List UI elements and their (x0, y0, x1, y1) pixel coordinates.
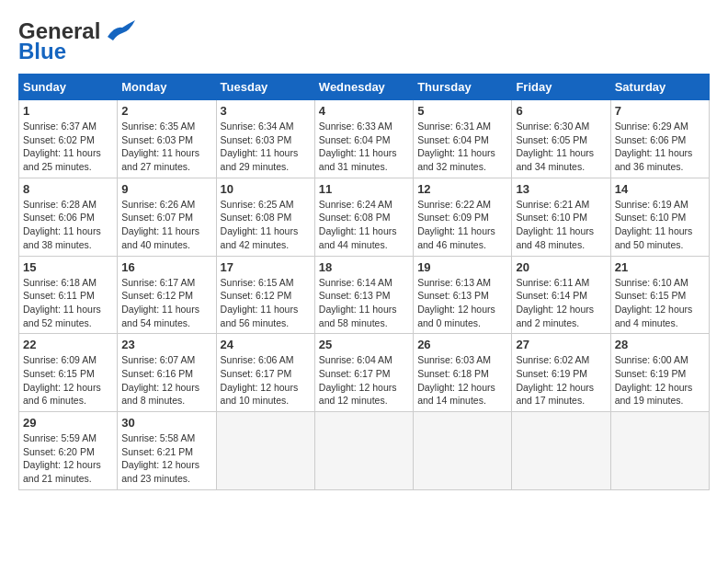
day-info: Sunrise: 6:15 AMSunset: 6:12 PMDaylight:… (221, 276, 311, 330)
calendar-cell (414, 412, 512, 490)
calendar-week-row: 8Sunrise: 6:28 AMSunset: 6:06 PMDaylight… (19, 178, 710, 256)
day-number: 28 (615, 338, 705, 351)
day-info: Sunrise: 6:10 AMSunset: 6:15 PMDaylight:… (615, 276, 705, 330)
calendar-cell: 22Sunrise: 6:09 AMSunset: 6:15 PMDayligh… (19, 334, 118, 412)
calendar-cell: 9Sunrise: 6:26 AMSunset: 6:07 PMDaylight… (118, 178, 216, 256)
day-number: 5 (417, 104, 507, 118)
day-info: Sunrise: 6:30 AMSunset: 6:05 PMDaylight:… (516, 120, 606, 174)
calendar-cell: 29Sunrise: 5:59 AMSunset: 6:20 PMDayligh… (19, 412, 118, 490)
day-info: Sunrise: 6:25 AMSunset: 6:08 PMDaylight:… (221, 198, 311, 252)
day-number: 10 (221, 182, 311, 196)
day-number: 15 (23, 260, 113, 274)
calendar-table: SundayMondayTuesdayWednesdayThursdayFrid… (18, 74, 710, 490)
calendar-cell: 1Sunrise: 6:37 AMSunset: 6:02 PMDaylight… (19, 100, 118, 178)
col-header-thursday: Thursday (414, 75, 512, 100)
day-info: Sunrise: 6:33 AMSunset: 6:04 PMDaylight:… (319, 120, 409, 174)
day-info: Sunrise: 6:18 AMSunset: 6:11 PMDaylight:… (23, 276, 113, 330)
day-info: Sunrise: 6:03 AMSunset: 6:18 PMDaylight:… (417, 353, 507, 408)
day-info: Sunrise: 6:26 AMSunset: 6:07 PMDaylight:… (121, 198, 211, 252)
day-info: Sunrise: 6:28 AMSunset: 6:06 PMDaylight:… (23, 198, 113, 252)
logo-bird-icon (104, 18, 137, 44)
calendar-cell: 27Sunrise: 6:02 AMSunset: 6:19 PMDayligh… (512, 334, 610, 412)
day-info: Sunrise: 6:06 AMSunset: 6:17 PMDaylight:… (221, 353, 311, 408)
col-header-tuesday: Tuesday (216, 75, 314, 100)
day-info: Sunrise: 6:31 AMSunset: 6:04 PMDaylight:… (417, 120, 507, 174)
calendar-cell: 19Sunrise: 6:13 AMSunset: 6:13 PMDayligh… (414, 256, 512, 334)
day-info: Sunrise: 6:11 AMSunset: 6:14 PMDaylight:… (516, 276, 606, 330)
day-info: Sunrise: 5:59 AMSunset: 6:20 PMDaylight:… (23, 431, 113, 486)
day-number: 19 (417, 260, 507, 274)
calendar-cell: 5Sunrise: 6:31 AMSunset: 6:04 PMDaylight… (414, 100, 512, 178)
calendar-cell: 23Sunrise: 6:07 AMSunset: 6:16 PMDayligh… (118, 334, 216, 412)
calendar-week-row: 15Sunrise: 6:18 AMSunset: 6:11 PMDayligh… (19, 256, 710, 334)
calendar-cell (314, 412, 413, 490)
calendar-cell: 2Sunrise: 6:35 AMSunset: 6:03 PMDaylight… (118, 100, 216, 178)
day-number: 4 (319, 104, 409, 118)
day-number: 23 (121, 338, 211, 351)
calendar-cell: 24Sunrise: 6:06 AMSunset: 6:17 PMDayligh… (216, 334, 314, 412)
calendar-cell: 6Sunrise: 6:30 AMSunset: 6:05 PMDaylight… (512, 100, 610, 178)
day-info: Sunrise: 6:22 AMSunset: 6:09 PMDaylight:… (417, 198, 507, 252)
page-header: General Blue (18, 18, 710, 64)
day-number: 2 (121, 104, 211, 118)
day-number: 24 (221, 338, 311, 351)
day-number: 12 (417, 182, 507, 196)
calendar-cell: 21Sunrise: 6:10 AMSunset: 6:15 PMDayligh… (610, 256, 709, 334)
calendar-cell (610, 412, 709, 490)
day-info: Sunrise: 6:19 AMSunset: 6:10 PMDaylight:… (615, 198, 705, 252)
calendar-cell: 17Sunrise: 6:15 AMSunset: 6:12 PMDayligh… (216, 256, 314, 334)
day-number: 20 (516, 260, 606, 274)
day-info: Sunrise: 6:02 AMSunset: 6:19 PMDaylight:… (516, 353, 606, 408)
day-number: 6 (516, 104, 606, 118)
day-number: 13 (516, 182, 606, 196)
calendar-cell: 11Sunrise: 6:24 AMSunset: 6:08 PMDayligh… (314, 178, 413, 256)
day-number: 25 (319, 338, 409, 351)
day-info: Sunrise: 6:35 AMSunset: 6:03 PMDaylight:… (121, 120, 211, 174)
day-info: Sunrise: 6:24 AMSunset: 6:08 PMDaylight:… (319, 198, 409, 252)
col-header-sunday: Sunday (19, 75, 118, 100)
day-number: 3 (221, 104, 311, 118)
calendar-cell: 13Sunrise: 6:21 AMSunset: 6:10 PMDayligh… (512, 178, 610, 256)
day-info: Sunrise: 5:58 AMSunset: 6:21 PMDaylight:… (121, 431, 211, 486)
day-info: Sunrise: 6:17 AMSunset: 6:12 PMDaylight:… (121, 276, 211, 330)
day-info: Sunrise: 6:29 AMSunset: 6:06 PMDaylight:… (615, 120, 705, 174)
day-number: 21 (615, 260, 705, 274)
day-number: 27 (516, 338, 606, 351)
day-number: 17 (221, 260, 311, 274)
day-info: Sunrise: 6:00 AMSunset: 6:19 PMDaylight:… (615, 353, 705, 408)
day-number: 26 (417, 338, 507, 351)
day-info: Sunrise: 6:04 AMSunset: 6:17 PMDaylight:… (319, 353, 409, 408)
calendar-week-row: 29Sunrise: 5:59 AMSunset: 6:20 PMDayligh… (19, 412, 710, 490)
day-info: Sunrise: 6:14 AMSunset: 6:13 PMDaylight:… (319, 276, 409, 330)
day-info: Sunrise: 6:13 AMSunset: 6:13 PMDaylight:… (417, 276, 507, 330)
calendar-cell (216, 412, 314, 490)
calendar-week-row: 1Sunrise: 6:37 AMSunset: 6:02 PMDaylight… (19, 100, 710, 178)
day-info: Sunrise: 6:07 AMSunset: 6:16 PMDaylight:… (121, 353, 211, 408)
day-info: Sunrise: 6:34 AMSunset: 6:03 PMDaylight:… (221, 120, 311, 174)
logo-blue: Blue (18, 39, 66, 64)
day-number: 29 (23, 416, 113, 430)
calendar-cell: 15Sunrise: 6:18 AMSunset: 6:11 PMDayligh… (19, 256, 118, 334)
day-info: Sunrise: 6:37 AMSunset: 6:02 PMDaylight:… (23, 120, 113, 174)
col-header-saturday: Saturday (610, 75, 709, 100)
calendar-week-row: 22Sunrise: 6:09 AMSunset: 6:15 PMDayligh… (19, 334, 710, 412)
calendar-cell: 28Sunrise: 6:00 AMSunset: 6:19 PMDayligh… (610, 334, 709, 412)
day-number: 7 (615, 104, 705, 118)
day-number: 11 (319, 182, 409, 196)
day-info: Sunrise: 6:09 AMSunset: 6:15 PMDaylight:… (23, 353, 113, 408)
calendar-cell: 3Sunrise: 6:34 AMSunset: 6:03 PMDaylight… (216, 100, 314, 178)
col-header-wednesday: Wednesday (314, 75, 413, 100)
calendar-cell: 18Sunrise: 6:14 AMSunset: 6:13 PMDayligh… (314, 256, 413, 334)
day-number: 1 (23, 104, 113, 118)
day-number: 8 (23, 182, 113, 196)
col-header-friday: Friday (512, 75, 610, 100)
day-number: 9 (121, 182, 211, 196)
day-number: 16 (121, 260, 211, 274)
calendar-cell: 4Sunrise: 6:33 AMSunset: 6:04 PMDaylight… (314, 100, 413, 178)
calendar-cell (512, 412, 610, 490)
calendar-header-row: SundayMondayTuesdayWednesdayThursdayFrid… (19, 75, 710, 100)
calendar-cell: 10Sunrise: 6:25 AMSunset: 6:08 PMDayligh… (216, 178, 314, 256)
day-number: 18 (319, 260, 409, 274)
calendar-cell: 7Sunrise: 6:29 AMSunset: 6:06 PMDaylight… (610, 100, 709, 178)
calendar-cell: 26Sunrise: 6:03 AMSunset: 6:18 PMDayligh… (414, 334, 512, 412)
